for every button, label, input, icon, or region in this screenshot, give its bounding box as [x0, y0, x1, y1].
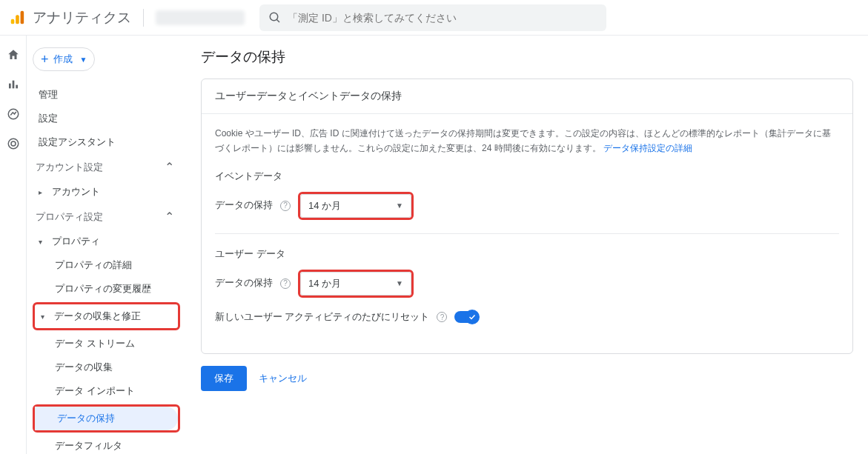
- highlight-event-select: 14 か月 ▼: [298, 192, 414, 220]
- search-box[interactable]: [259, 4, 606, 31]
- nav-data-collection-group[interactable]: ▾データの収集と修正: [35, 304, 178, 328]
- create-label: 作成: [53, 53, 73, 66]
- plus-icon: +: [41, 53, 49, 66]
- section-property-settings[interactable]: プロパティ設定 ⌃: [33, 204, 180, 230]
- nav-account[interactable]: ▸アカウント: [33, 180, 180, 204]
- svg-line-4: [276, 19, 279, 22]
- nav-property-change-history[interactable]: プロパティの変更履歴: [33, 277, 180, 301]
- select-value: 14 か月: [308, 199, 341, 213]
- svg-rect-5: [9, 84, 11, 89]
- settings-sidebar: + 作成 ▼ 管理 設定 設定アシスタント アカウント設定 ⌃ ▸アカウント プ…: [27, 36, 186, 454]
- nav-property[interactable]: ▾プロパティ: [33, 230, 180, 253]
- help-icon[interactable]: ?: [280, 201, 291, 211]
- nav-data-streams[interactable]: データ ストリーム: [33, 332, 180, 355]
- card-description: Cookie やユーザー ID、広告 ID に関連付けて送ったデータの保持期間は…: [215, 126, 839, 156]
- card-header: ユーザーデータとイベントデータの保持: [202, 79, 852, 114]
- left-rail: [0, 36, 27, 454]
- nav-data-filter[interactable]: データフィルタ: [33, 434, 180, 454]
- user-retention-label: データの保持: [215, 277, 273, 290]
- user-data-section-label: ユーザー データ: [215, 247, 839, 261]
- caret-down-icon: ▾: [39, 238, 47, 246]
- svg-rect-2: [21, 10, 24, 23]
- chevron-up-icon: ⌃: [165, 160, 174, 174]
- save-button[interactable]: 保存: [201, 366, 247, 391]
- page-title: データの保持: [201, 47, 853, 67]
- caret-right-icon: ▸: [39, 188, 47, 196]
- breadcrumb-redacted: [156, 10, 245, 25]
- section-divider: [215, 233, 839, 234]
- help-icon[interactable]: ?: [280, 278, 291, 289]
- search-input[interactable]: [288, 12, 597, 24]
- select-value: 14 か月: [308, 277, 341, 290]
- event-data-section-label: イベントデータ: [215, 170, 839, 183]
- nav-data-retention[interactable]: データの保持: [35, 407, 178, 430]
- svg-point-10: [11, 141, 16, 146]
- chevron-down-icon: ▼: [396, 201, 403, 210]
- app-title: アナリティクス: [33, 8, 131, 27]
- chevron-up-icon: ⌃: [165, 210, 174, 224]
- create-button[interactable]: + 作成 ▼: [33, 47, 95, 71]
- advertising-icon[interactable]: [6, 136, 21, 151]
- search-icon: [268, 11, 282, 24]
- toggle-knob: [465, 310, 480, 324]
- reset-toggle-label: 新しいユーザー アクティビティのたびにリセット: [215, 311, 429, 324]
- nav-data-collection[interactable]: データの収集: [33, 355, 180, 379]
- svg-point-3: [270, 13, 278, 21]
- form-actions: 保存 キャンセル: [201, 366, 853, 391]
- chevron-down-icon: ▼: [396, 279, 403, 287]
- main-content: データの保持 ユーザーデータとイベントデータの保持 Cookie やユーザー I…: [186, 36, 868, 454]
- analytics-logo-icon: [9, 10, 25, 26]
- highlight-data-collection: ▾データの収集と修正: [33, 302, 180, 330]
- svg-point-9: [8, 138, 19, 149]
- caret-down-icon: ▾: [41, 313, 50, 321]
- header-divider: [143, 9, 144, 27]
- svg-rect-1: [16, 15, 19, 24]
- event-retention-label: データの保持: [215, 199, 273, 212]
- svg-rect-6: [12, 81, 14, 89]
- nav-settings[interactable]: 設定: [33, 107, 180, 130]
- cancel-button[interactable]: キャンセル: [259, 372, 307, 385]
- reset-toggle[interactable]: [454, 311, 478, 323]
- retention-card: ユーザーデータとイベントデータの保持 Cookie やユーザー ID、広告 ID…: [201, 79, 853, 354]
- highlight-data-retention: データの保持: [33, 404, 180, 433]
- chevron-down-icon: ▼: [80, 56, 87, 64]
- svg-rect-7: [16, 85, 18, 89]
- home-icon[interactable]: [6, 47, 21, 62]
- event-retention-select[interactable]: 14 か月 ▼: [300, 194, 411, 218]
- svg-point-8: [8, 109, 19, 119]
- learn-more-link[interactable]: データ保持設定の詳細: [603, 143, 692, 153]
- nav-property-details[interactable]: プロパティの詳細: [33, 253, 180, 277]
- nav-admin[interactable]: 管理: [33, 83, 180, 107]
- nav-data-import[interactable]: データ インポート: [33, 379, 180, 403]
- reports-icon[interactable]: [6, 77, 21, 92]
- svg-rect-0: [11, 19, 15, 23]
- highlight-user-select: 14 か月 ▼: [298, 270, 414, 298]
- user-retention-select[interactable]: 14 か月 ▼: [300, 272, 411, 296]
- help-icon[interactable]: ?: [437, 312, 447, 322]
- app-header: アナリティクス: [0, 0, 868, 36]
- explore-icon[interactable]: [6, 107, 21, 121]
- section-account-settings[interactable]: アカウント設定 ⌃: [33, 154, 180, 180]
- nav-setup-assistant[interactable]: 設定アシスタント: [33, 130, 180, 154]
